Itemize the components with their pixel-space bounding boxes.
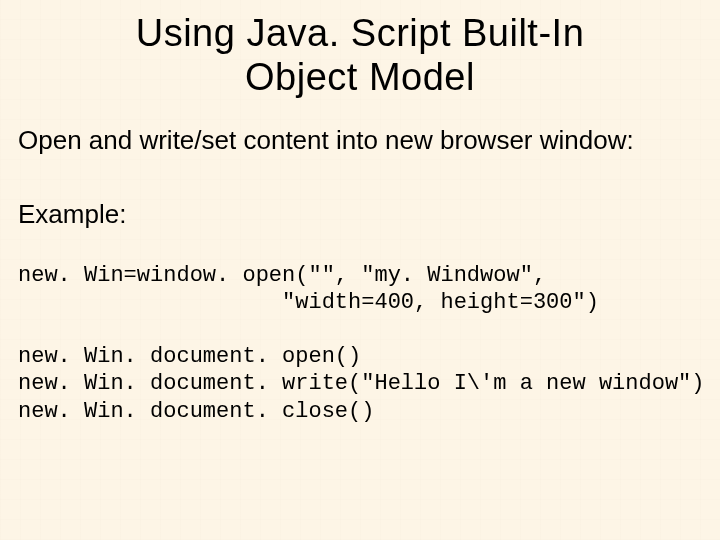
code-block-1: new. Win=window. open("", "my. Windwow",… [0, 230, 720, 317]
title-line-1: Using Java. Script Built-In [136, 12, 585, 54]
title-line-2: Object Model [245, 56, 475, 98]
code-line: new. Win. document. close() [18, 399, 374, 424]
slide-subtitle: Open and write/set content into new brow… [0, 99, 720, 156]
code-line: new. Win=window. open("", "my. Windwow", [18, 263, 546, 288]
code-line: new. Win. document. open() [18, 344, 361, 369]
example-label: Example: [0, 157, 720, 230]
code-line: new. Win. document. write("Hello I\'m a … [18, 371, 705, 396]
slide-title: Using Java. Script Built-In Object Model [0, 0, 720, 99]
code-line: "width=400, height=300") [18, 290, 599, 315]
code-block-2: new. Win. document. open() new. Win. doc… [0, 317, 720, 426]
